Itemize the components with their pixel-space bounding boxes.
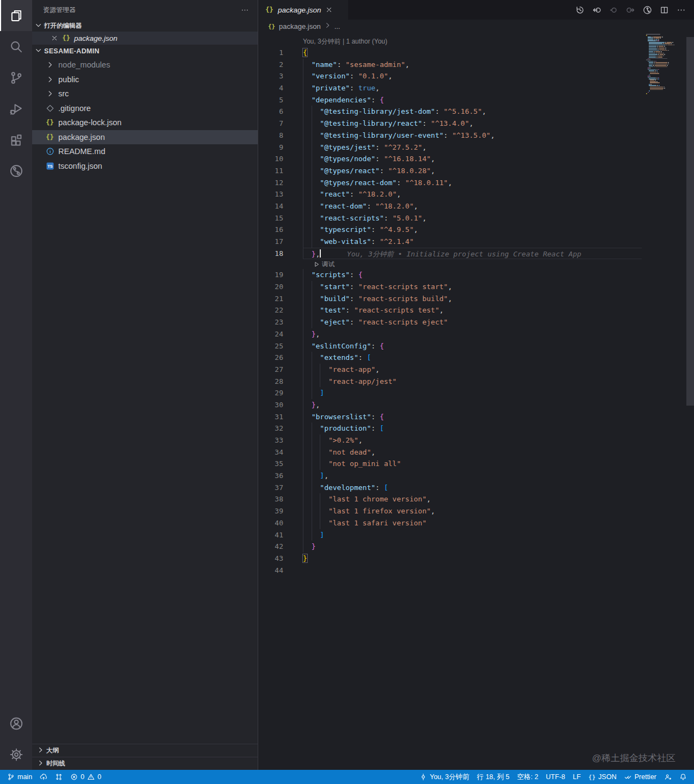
code-line[interactable]: "@types/react": "^18.0.28", (303, 165, 694, 177)
code-line[interactable]: "@types/react-dom": "^18.0.11", (303, 177, 694, 189)
line-number[interactable]: 37 (258, 482, 283, 494)
line-number[interactable]: 12 (258, 177, 283, 189)
code-line[interactable]: "@testing-library/jest-dom": "^5.16.5", (303, 106, 694, 118)
status-gitlens-status[interactable] (51, 770, 66, 784)
line-number[interactable]: 20 (258, 281, 283, 293)
line-number[interactable]: 16 (258, 224, 283, 236)
project-root-header[interactable]: SESAME-ADMIN (32, 45, 258, 58)
activity-item-explorer[interactable] (0, 0, 32, 31)
code-line[interactable]: ] (303, 387, 694, 399)
line-number[interactable]: 18 (258, 248, 283, 260)
code-line[interactable]: "not dead", (303, 446, 694, 458)
status-language-mode[interactable]: {}JSON (585, 770, 620, 784)
minimap[interactable] (646, 34, 685, 96)
line-number[interactable]: 15 (258, 212, 283, 224)
code-line[interactable]: } (303, 541, 694, 553)
code-line[interactable]: } (303, 553, 694, 565)
line-number[interactable]: 24 (258, 328, 283, 340)
status-publish-changes[interactable] (36, 770, 51, 784)
code-line[interactable]: { (303, 47, 694, 59)
line-number[interactable]: 17 (258, 236, 283, 248)
code-line[interactable]: "scripts": { (303, 269, 694, 281)
line-number[interactable]: 7 (258, 118, 283, 130)
line-number[interactable]: 23 (258, 316, 283, 328)
code-line[interactable]: "react-app", (303, 364, 694, 376)
code-line[interactable]: "build": "react-scripts build", (303, 293, 694, 305)
open-editor-item[interactable]: {} package.json (32, 32, 258, 45)
line-number[interactable]: 29 (258, 387, 283, 399)
more-actions-icon[interactable] (241, 6, 249, 14)
code-line[interactable]: "not op_mini all" (303, 458, 694, 470)
tab-package-json[interactable]: {} package.json (258, 0, 348, 20)
tree-item-node-modules[interactable]: node_modules (32, 58, 258, 72)
previous-change-button[interactable] (590, 3, 603, 16)
line-number[interactable]: 38 (258, 493, 283, 505)
more-actions-button[interactable] (674, 3, 687, 16)
status-feedback[interactable] (660, 770, 675, 784)
code-line[interactable]: "@testing-library/react": "^13.4.0", (303, 118, 694, 130)
line-number[interactable]: 27 (258, 364, 283, 376)
status-problems[interactable]: 00 (66, 770, 105, 784)
code-line[interactable]: ] (303, 529, 694, 541)
status-notifications[interactable] (675, 770, 691, 784)
line-number[interactable]: 3 (258, 70, 283, 82)
line-number[interactable]: 8 (258, 130, 283, 142)
tree-item-src[interactable]: src (32, 87, 258, 101)
code-line[interactable]: "web-vitals": "^2.1.4" (303, 236, 694, 248)
activity-item-search[interactable] (0, 31, 32, 62)
status-eol[interactable]: LF (569, 770, 585, 784)
tree-item-readme-md[interactable]: README.md (32, 144, 258, 159)
line-number[interactable]: 4 (258, 82, 283, 94)
line-number[interactable]: 41 (258, 529, 283, 541)
breadcrumb-file[interactable]: package.json (279, 22, 321, 30)
line-number[interactable]: 44 (258, 565, 283, 577)
activity-item-account[interactable] (0, 708, 32, 739)
status-cursor-position[interactable]: 行 18, 列 5 (473, 770, 513, 784)
outline-panel-header[interactable]: 大纲 (32, 744, 258, 757)
line-number[interactable]: 33 (258, 434, 283, 446)
next-change-button[interactable] (624, 3, 637, 16)
code-line[interactable]: ">0.2%", (303, 434, 694, 446)
timeline-button[interactable] (573, 3, 586, 16)
open-editors-header[interactable]: 打开的编辑器 (32, 20, 258, 32)
line-number[interactable]: 40 (258, 517, 283, 529)
code-line[interactable]: },You, 3分钟前 • Initialize project using C… (303, 248, 642, 260)
status-indentation[interactable]: 空格: 2 (513, 770, 542, 784)
line-number[interactable]: 30 (258, 399, 283, 411)
line-number[interactable]: 39 (258, 505, 283, 517)
split-editor-button[interactable] (658, 3, 671, 16)
breadcrumb-more[interactable]: ... (334, 22, 340, 30)
code-line[interactable]: "browserslist": { (303, 411, 694, 423)
timeline-panel-header[interactable]: 时间线 (32, 757, 258, 770)
code-line[interactable]: "version": "0.1.0", (303, 70, 694, 82)
line-number[interactable]: 43 (258, 553, 283, 565)
code-line[interactable]: "@types/jest": "^27.5.2", (303, 142, 694, 154)
code-line[interactable]: }, (303, 328, 694, 340)
line-number[interactable]: 28 (258, 376, 283, 388)
debug-codelens[interactable]: 调试 (314, 259, 694, 269)
line-number[interactable]: 32 (258, 422, 283, 434)
code-line[interactable]: "last 1 chrome version", (303, 493, 694, 505)
code-editor[interactable]: You, 3分钟前 | 1 author (You)1{2 "name": "s… (258, 33, 694, 770)
line-number[interactable]: 1 (258, 47, 283, 59)
line-number[interactable]: 9 (258, 142, 283, 154)
status-line-blame[interactable]: You, 3分钟前 (416, 770, 473, 784)
tree-item-package-lock-json[interactable]: {}package-lock.json (32, 115, 258, 130)
status-formatter[interactable]: Prettier (620, 770, 660, 784)
line-number[interactable]: 36 (258, 470, 283, 482)
vertical-scrollbar[interactable] (686, 37, 694, 406)
close-icon[interactable] (325, 6, 333, 14)
code-line[interactable]: "eslintConfig": { (303, 340, 694, 352)
code-line[interactable]: "react-scripts": "5.0.1", (303, 212, 694, 224)
close-icon[interactable] (51, 34, 58, 42)
code-line[interactable]: 调试 (303, 259, 694, 269)
code-line[interactable]: "react-dom": "^18.2.0", (303, 200, 694, 212)
line-number[interactable]: 34 (258, 446, 283, 458)
line-number[interactable]: 13 (258, 188, 283, 200)
line-number[interactable]: 5 (258, 94, 283, 106)
code-line[interactable]: "name": "sesame-admin", (303, 59, 694, 71)
code-line[interactable]: }, (303, 399, 694, 411)
tree-item-package-json[interactable]: {}package.json (32, 130, 258, 145)
code-line[interactable] (303, 565, 694, 577)
code-line[interactable]: "last 1 firefox version", (303, 505, 694, 517)
